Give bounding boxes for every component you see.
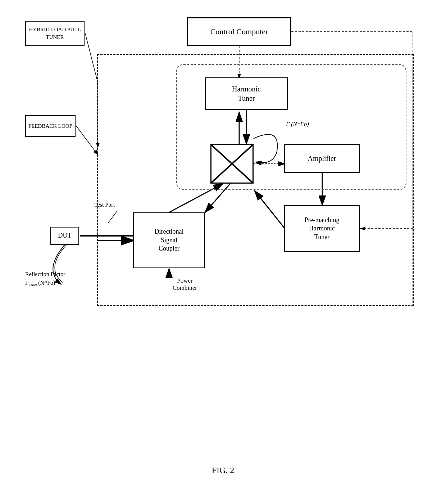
directional-signal-coupler-box: DirectionalSignalCoupler (133, 212, 205, 268)
test-port-label: Test Port (94, 202, 115, 208)
feedback-loop-label: FEEDBACK LOOP (25, 115, 76, 137)
power-combiner-label: PowerCombiner (173, 277, 197, 292)
reflection-factor-label: Reflection FactorΓLoad (N*Fo) (25, 270, 65, 288)
control-computer-box: Control Computer (187, 17, 291, 46)
gamma-nfo-label: Γ (N*Fo) (286, 121, 309, 128)
dut-box: DUT (50, 227, 79, 245)
signal-routing-box (210, 144, 254, 184)
svg-line-17 (85, 33, 98, 83)
harmonic-tuner-box: HarmonicTuner (205, 77, 288, 110)
hybrid-load-pull-tuner-label: HYBRID LOAD PULL TUNER (25, 21, 85, 46)
prematching-harmonic-tuner-box: Pre-matchingHarmonicTuner (284, 205, 360, 252)
figure-caption: FIG. 2 (0, 465, 446, 475)
svg-line-19 (76, 126, 98, 155)
amplifier-box: Amplifier (284, 144, 360, 173)
